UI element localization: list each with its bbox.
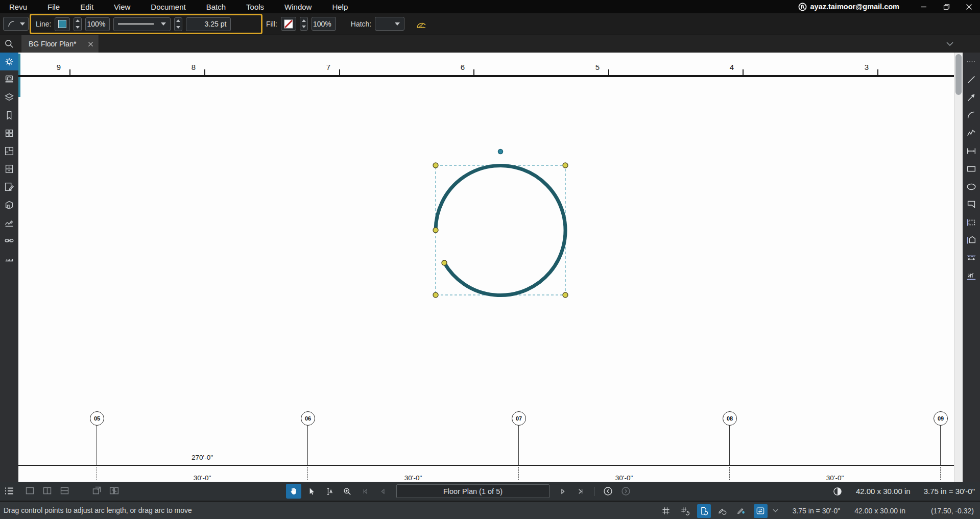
- snap-to-grid-icon[interactable]: [678, 504, 692, 518]
- fill-color-swatch[interactable]: [281, 17, 296, 31]
- corner-handle[interactable]: [433, 163, 438, 168]
- reuse-markup-icon[interactable]: [697, 504, 711, 518]
- area-measurement-tool-icon[interactable]: [963, 231, 980, 249]
- measure-icon[interactable]: [0, 249, 18, 267]
- fill-opacity-field[interactable]: 100%: [312, 17, 336, 31]
- column-line: [518, 426, 519, 465]
- file-access-icon[interactable]: [0, 70, 18, 88]
- sync-views-icon[interactable]: [754, 504, 768, 518]
- menu-view[interactable]: View: [114, 3, 130, 11]
- arc-tool-icon: [7, 19, 17, 29]
- menu-help[interactable]: Help: [332, 3, 348, 11]
- line-style-dropdown[interactable]: [113, 17, 171, 31]
- ink-pen-icon[interactable]: [735, 504, 749, 518]
- length-measurement-tool-icon[interactable]: [963, 249, 980, 267]
- rotation-handle[interactable]: [498, 150, 503, 154]
- column-line: [97, 426, 97, 465]
- chevron-down-icon: [20, 22, 25, 26]
- sets-icon[interactable]: [0, 160, 18, 178]
- restore-button[interactable]: [935, 0, 958, 13]
- minimize-button[interactable]: [913, 0, 935, 13]
- current-tool-dropdown[interactable]: [3, 17, 29, 31]
- single-page-view-icon[interactable]: [25, 485, 35, 496]
- line-opacity-field[interactable]: 100%: [85, 17, 110, 31]
- menu-file[interactable]: File: [47, 3, 60, 11]
- line-properties-highlight-group: Line: 100% 3.25 pt: [30, 14, 262, 34]
- search-icon[interactable]: [4, 39, 14, 49]
- menu-tools[interactable]: Tools: [246, 3, 264, 11]
- line-width-field[interactable]: 3.25 pt: [186, 17, 231, 31]
- account-menu[interactable]: ayaz.taimoor@gmail.com: [798, 3, 900, 11]
- first-page-button[interactable]: [357, 484, 373, 499]
- links-icon[interactable]: [0, 231, 18, 249]
- menu-batch[interactable]: Batch: [206, 3, 226, 11]
- pan-tool-button[interactable]: [286, 484, 301, 499]
- page-navigation-field[interactable]: Floor Plan (1 of 5): [396, 484, 549, 498]
- previous-view-button[interactable]: [600, 484, 615, 499]
- arc-endpoint-handle[interactable]: [442, 260, 447, 265]
- settings-gear-icon[interactable]: [0, 53, 18, 70]
- menu-window[interactable]: Window: [284, 3, 312, 11]
- dotted-line-tool-icon[interactable]: [963, 53, 980, 70]
- corner-handle[interactable]: [433, 292, 438, 298]
- column-line: [940, 426, 941, 465]
- layers-icon[interactable]: [0, 88, 18, 106]
- arc-markup-selection[interactable]: [18, 53, 954, 482]
- arc-endpoint-handle[interactable]: [433, 228, 438, 233]
- split-horizontal-view-icon[interactable]: [59, 485, 70, 496]
- previous-page-button[interactable]: [375, 484, 391, 499]
- select-text-tool-button[interactable]: [322, 484, 337, 499]
- polyline-tool-icon[interactable]: [963, 124, 980, 142]
- close-window-button[interactable]: [958, 0, 980, 13]
- swap-views-icon[interactable]: [109, 485, 119, 496]
- markups-icon[interactable]: [0, 178, 18, 195]
- menu-edit[interactable]: Edit: [80, 3, 93, 11]
- drawing-bottom-grid-line: [18, 465, 954, 466]
- rectangle-tool-icon[interactable]: [963, 160, 980, 178]
- chevron-down-icon[interactable]: [773, 509, 778, 513]
- close-tab-icon[interactable]: [88, 41, 93, 47]
- spaces-icon[interactable]: [0, 142, 18, 160]
- next-view-button[interactable]: [618, 484, 633, 499]
- corner-handle[interactable]: [563, 292, 568, 298]
- menu-document[interactable]: Document: [151, 3, 185, 11]
- arrow-tool-icon[interactable]: [963, 88, 980, 106]
- arc-tool-icon[interactable]: [963, 106, 980, 124]
- navigation-toolbar: Floor Plan (1 of 5) 42.00 x 30.00 in 3.7…: [0, 482, 980, 501]
- protractor-icon[interactable]: [415, 18, 427, 30]
- drawing-canvas[interactable]: 9 8 7 6 5 4 3 05 06 07 08 09 270'-0" 30'…: [18, 53, 954, 482]
- contrast-icon[interactable]: [832, 486, 843, 497]
- thumbnails-icon[interactable]: [0, 124, 18, 142]
- signatures-icon[interactable]: [0, 213, 18, 231]
- 3d-model-icon[interactable]: [0, 195, 18, 213]
- zoom-tool-button[interactable]: [340, 484, 355, 499]
- ellipse-tool-icon[interactable]: [963, 178, 980, 195]
- menu-revu[interactable]: Revu: [9, 3, 27, 11]
- next-page-button[interactable]: [555, 484, 570, 499]
- panel-toggle-icon[interactable]: [3, 485, 15, 497]
- dimension-tool-icon[interactable]: [963, 142, 980, 160]
- select-tool-button[interactable]: [304, 484, 319, 499]
- grid-icon[interactable]: [659, 504, 673, 518]
- count-measurement-tool-icon[interactable]: [963, 267, 980, 285]
- line-color-swatch[interactable]: [55, 17, 70, 31]
- tab-title: BG Floor Plan*: [29, 40, 76, 48]
- detach-window-icon[interactable]: [91, 485, 102, 496]
- tab-bg-floor-plan[interactable]: BG Floor Plan*: [21, 35, 99, 53]
- hatch-dropdown[interactable]: [375, 17, 404, 31]
- line-tool-icon[interactable]: [963, 70, 980, 88]
- scrollbar-thumb[interactable]: [955, 54, 962, 95]
- polygon-tool-icon[interactable]: [963, 195, 980, 213]
- last-page-button[interactable]: [573, 484, 588, 499]
- snapshot-tool-icon[interactable]: [963, 213, 980, 231]
- split-vertical-view-icon[interactable]: [42, 485, 53, 496]
- vertical-scrollbar[interactable]: [954, 53, 963, 482]
- line-width-spinner[interactable]: [174, 17, 182, 31]
- tab-list-chevron-icon[interactable]: [946, 42, 953, 46]
- line-opacity-spinner[interactable]: [74, 17, 82, 31]
- markup-sync-icon[interactable]: [716, 504, 730, 518]
- bookmarks-icon[interactable]: [0, 106, 18, 124]
- fill-opacity-spinner[interactable]: [300, 17, 308, 31]
- arc-markup[interactable]: [436, 166, 565, 295]
- corner-handle[interactable]: [563, 163, 568, 168]
